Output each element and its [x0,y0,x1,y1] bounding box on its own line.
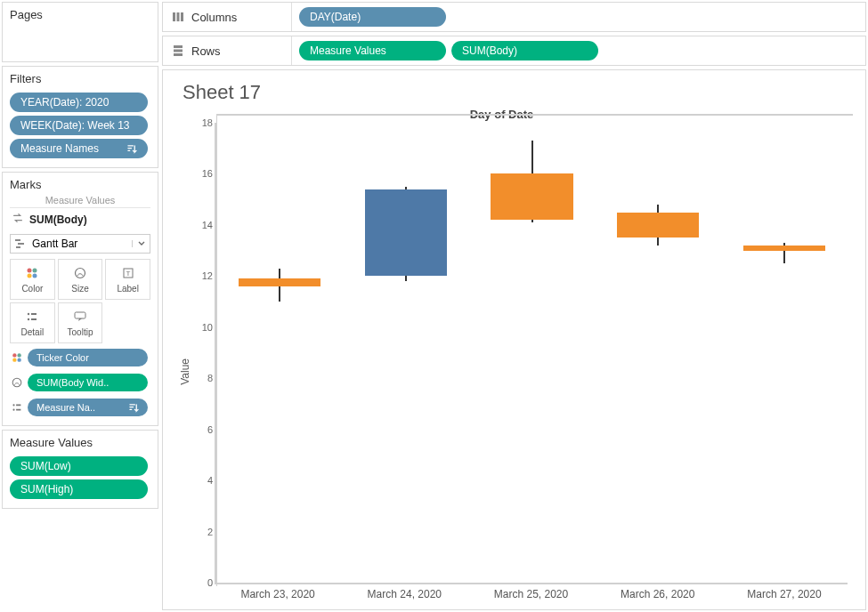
y-tick: 0 [193,577,213,588]
x-tick: March 26, 2020 [595,588,721,600]
svg-rect-27 [174,45,183,48]
sort-icon [122,144,137,154]
svg-point-15 [12,353,16,357]
y-tick: 6 [193,424,213,435]
y-axis-label: Value [177,323,191,385]
x-tick: March 23, 2020 [215,588,341,600]
svg-point-17 [12,358,16,361]
measure-values-panel: Measure Values SUM(Low) SUM(High) [2,430,158,509]
svg-text:T: T [126,270,130,278]
color-icon [10,351,24,364]
marks-label-cell[interactable]: T Label [105,259,150,300]
x-tick: March 24, 2020 [341,588,467,600]
swap-icon [12,212,24,227]
svg-rect-28 [174,50,183,52]
pages-title: Pages [10,8,150,21]
svg-rect-26 [181,12,183,21]
svg-rect-1 [18,243,24,245]
columns-shelf[interactable]: Columns DAY(Date) [162,2,866,32]
chart-bar[interactable] [365,189,447,277]
encoding-ticker-color[interactable]: Ticker Color [28,349,148,366]
encoding-body-width[interactable]: SUM(Body Wid.. [28,374,148,391]
rows-pill-sum-body[interactable]: SUM(Body) [451,41,598,60]
svg-point-11 [28,318,29,319]
y-tick: 10 [193,322,213,333]
svg-rect-12 [31,313,37,315]
chart-bar[interactable] [239,278,320,286]
filter-pill-measure-names[interactable]: Measure Names [10,139,148,158]
x-tick: March 27, 2020 [721,588,848,600]
marks-sub[interactable]: Measure Values [10,195,150,205]
chart-bar[interactable] [743,246,825,251]
gantt-icon [11,238,30,250]
svg-point-21 [12,409,14,411]
y-tick: 2 [193,527,213,537]
svg-rect-0 [15,239,20,241]
svg-rect-29 [174,53,183,56]
columns-label: Columns [191,11,237,24]
svg-point-16 [17,353,20,357]
rows-icon [172,44,184,57]
mark-type-select[interactable]: Gantt Bar [10,234,150,254]
marks-title: Marks [10,178,150,191]
y-tick: 4 [193,475,213,486]
marks-color-cell[interactable]: Color [10,259,55,300]
x-tick: March 25, 2020 [467,588,594,600]
filter-pill-week[interactable]: WEEK(Date): Week 13 [10,116,148,135]
svg-rect-22 [16,405,20,407]
marks-tooltip-cell[interactable]: Tooltip [58,302,103,343]
viz-area: Sheet 17 Value Day of Date 0246810121416… [162,69,866,610]
svg-point-18 [17,358,20,361]
rows-shelf[interactable]: Rows Measure Values SUM(Body) [162,36,866,66]
sort-icon [124,403,139,413]
svg-rect-13 [31,318,37,320]
y-tick: 16 [193,168,213,179]
y-tick: 14 [193,220,213,230]
chevron-down-icon [132,240,150,247]
marks-detail-cell[interactable]: Detail [10,302,55,343]
chart-bar[interactable] [491,173,572,220]
svg-rect-2 [16,246,20,248]
rows-label: Rows [191,44,221,58]
svg-point-5 [28,273,32,278]
mv-sum-low[interactable]: SUM(Low) [10,456,148,476]
y-tick: 18 [193,117,213,128]
svg-rect-23 [16,409,20,411]
columns-icon [172,11,184,23]
svg-point-3 [28,268,32,272]
svg-rect-25 [177,12,180,21]
size-icon [10,376,24,389]
svg-rect-14 [75,312,85,318]
marks-panel: Marks Measure Values SUM(Body) Gantt Bar… [2,172,158,426]
rows-pill-measure-values[interactable]: Measure Values [299,41,446,60]
svg-point-6 [33,273,37,278]
measure-values-title: Measure Values [10,436,150,449]
chart-axes[interactable]: 024681012141618 [215,123,848,584]
filter-pill-year[interactable]: YEAR(Date): 2020 [10,93,148,112]
svg-point-4 [33,268,37,272]
y-tick: 8 [193,373,213,383]
chart-bar[interactable] [617,213,699,238]
marks-active-card[interactable]: SUM(Body) [10,207,150,230]
pages-panel: Pages [2,2,158,62]
columns-pill-day-date[interactable]: DAY(Date) [299,7,446,27]
svg-point-20 [12,404,14,406]
encoding-measure-names[interactable]: Measure Na.. [28,399,148,416]
svg-point-7 [75,268,85,278]
svg-rect-24 [173,12,175,21]
svg-point-10 [28,312,29,314]
detail-icon [10,401,24,414]
sheet-title[interactable]: Sheet 17 [183,81,848,104]
marks-size-cell[interactable]: Size [58,259,103,300]
mv-sum-high[interactable]: SUM(High) [10,479,148,499]
y-tick: 12 [193,270,213,281]
filters-title: Filters [10,72,150,85]
svg-point-19 [12,378,21,387]
filters-panel: Filters YEAR(Date): 2020 WEEK(Date): Wee… [2,66,158,168]
